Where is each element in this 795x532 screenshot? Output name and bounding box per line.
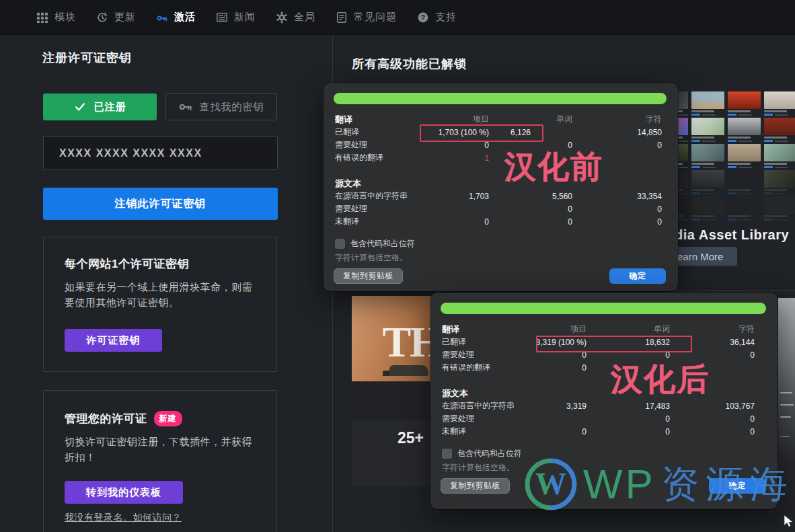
thumbnail-meta xyxy=(764,214,795,221)
gear-icon xyxy=(276,11,288,24)
section-title: 翻译 xyxy=(335,114,412,126)
progress-bar xyxy=(441,303,766,314)
copy-to-clipboard-button[interactable]: 复制到剪贴板 xyxy=(441,478,510,494)
thumbnail-meta xyxy=(728,161,761,168)
include-code-checkbox[interactable] xyxy=(335,239,345,249)
media-thumbnail[interactable] xyxy=(764,91,795,116)
faq-icon xyxy=(336,11,348,24)
premium-unlocked-header: 所有高级功能已解锁 xyxy=(352,56,467,72)
go-to-dashboard-button[interactable]: 转到我的仪表板 xyxy=(65,481,183,504)
row-label: 需要处理 xyxy=(442,349,519,360)
nav-label: 新闻 xyxy=(234,11,256,24)
media-thumbnail[interactable] xyxy=(764,118,795,142)
thumbnail-meta xyxy=(728,109,761,116)
media-thumbnail[interactable] xyxy=(691,170,724,194)
stat-row: 需要处理00 xyxy=(442,412,761,425)
thumbnail-meta xyxy=(691,188,724,194)
find-my-key-button[interactable]: 查找我的密钥 xyxy=(165,93,277,120)
media-thumbnail[interactable] xyxy=(728,196,761,221)
row-label: 未翻译 xyxy=(335,216,412,227)
ok-button[interactable]: 确定 xyxy=(609,268,666,284)
strip-text-line xyxy=(780,436,790,437)
items-value: 0 xyxy=(519,427,586,436)
items-value: 0 xyxy=(519,350,586,360)
template-count-label: 25+ xyxy=(398,429,424,447)
nav-item-更新[interactable]: 更新 xyxy=(96,11,136,24)
column-header: 单词 xyxy=(489,114,572,125)
key-icon xyxy=(156,11,168,24)
media-thumbnail[interactable] xyxy=(691,144,724,168)
media-thumbnail[interactable] xyxy=(691,91,724,116)
words-value: 6,126 xyxy=(489,128,572,137)
column-header: 项目 xyxy=(519,324,586,335)
media-thumbnail[interactable] xyxy=(728,118,761,142)
template-photo-card[interactable]: TH xyxy=(352,296,432,381)
stat-row: 未翻译000 xyxy=(335,215,662,228)
watermark-text-latin: WP xyxy=(583,457,656,511)
row-label: 已翻译 xyxy=(335,126,412,138)
key-icon xyxy=(178,100,193,114)
thumbnail-image xyxy=(691,118,724,135)
media-thumbnail[interactable] xyxy=(728,91,761,116)
per-site-box-body: 如果要在另一个域上使用滑块革命，则需要使用其他许可证密钥。 xyxy=(65,279,258,310)
thumbnail-image xyxy=(764,196,795,214)
media-library-title: dia Asset Library xyxy=(675,227,789,243)
nav-label: 模块 xyxy=(54,11,76,24)
strip-text-line xyxy=(780,416,791,418)
chars-value: 0 xyxy=(572,217,662,227)
media-thumbnail[interactable] xyxy=(764,170,795,194)
translation-stats-table: 翻译项目单词字符已翻译3,319 (100 %)18,63236,144需要处理… xyxy=(442,323,761,374)
media-thumbnail[interactable] xyxy=(691,118,724,142)
nav-item-模块[interactable]: 模块 xyxy=(36,11,76,24)
thumbnail-image xyxy=(764,144,795,161)
column-header: 单词 xyxy=(586,324,670,335)
registered-button[interactable]: 已注册 xyxy=(43,93,157,120)
thumbnail-image xyxy=(691,144,724,161)
stat-row: 需要处理000 xyxy=(442,348,761,361)
thumbnail-image xyxy=(691,196,724,214)
no-login-help-link[interactable]: 我没有登录名。如何访问？ xyxy=(65,512,182,524)
nav-item-激活[interactable]: 激活 xyxy=(156,11,196,24)
media-thumbnail[interactable] xyxy=(728,144,761,168)
stat-row: 已翻译3,319 (100 %)18,63236,144 xyxy=(442,336,761,348)
thumbnail-image xyxy=(728,91,761,109)
media-thumbnail[interactable] xyxy=(691,196,724,221)
items-value: 1,703 xyxy=(412,192,489,201)
statistics-dialog-before: 翻译项目单词字符已翻译1,703 (100 %)6,12614,850需要处理0… xyxy=(324,83,678,291)
words-value: 0 xyxy=(586,414,670,424)
row-label: 在源语言中的字符串 xyxy=(335,190,412,202)
nav-item-全局[interactable]: 全局 xyxy=(276,11,315,24)
chars-value: 0 xyxy=(670,427,755,436)
include-code-checkbox[interactable] xyxy=(442,449,452,459)
media-thumbnail[interactable] xyxy=(728,170,761,194)
media-thumbnail[interactable] xyxy=(764,144,795,168)
nav-label: 常见问题 xyxy=(354,11,397,24)
include-code-label: 包含代码和占位符 xyxy=(457,448,522,459)
stat-row: 在源语言中的字符串1,7035,56033,354 xyxy=(335,190,662,202)
items-value: 0 xyxy=(412,217,489,227)
license-key-input[interactable] xyxy=(43,136,278,170)
media-thumbnail[interactable] xyxy=(764,196,795,221)
page-title: 注册许可证密钥 xyxy=(42,50,132,66)
row-label: 在源语言中的字符串 xyxy=(442,400,519,412)
thumbnail-meta xyxy=(691,109,724,116)
strip-text-line xyxy=(780,392,792,393)
thumbnail-meta xyxy=(691,135,724,142)
copy-to-clipboard-button[interactable]: 复制到剪贴板 xyxy=(334,268,403,284)
chars-value: 33,354 xyxy=(572,192,662,201)
manage-box-body: 切换许可证密钥注册，下载插件，并获得折扣！ xyxy=(65,434,261,465)
column-header: 字符 xyxy=(670,324,755,335)
source-stats-table: 源文本在源语言中的字符串1,7035,56033,354需要处理00未翻译000 xyxy=(335,177,662,228)
photo-overlay-letters: TH xyxy=(383,317,432,367)
wordpress-logo-icon: W xyxy=(524,457,578,511)
nav-item-支持[interactable]: ?支持 xyxy=(417,11,457,24)
words-value: 18,632 xyxy=(586,338,670,347)
thumbnail-meta xyxy=(691,161,724,168)
deregister-license-button[interactable]: 注销此许可证密钥 xyxy=(43,188,278,220)
nav-item-新闻[interactable]: 新闻 xyxy=(216,11,256,24)
chars-value: 0 xyxy=(670,414,755,424)
nav-item-常见问题[interactable]: 常见问题 xyxy=(336,11,397,24)
license-key-button[interactable]: 许可证密钥 xyxy=(65,329,162,352)
learn-more-button[interactable]: earn More xyxy=(674,247,737,266)
find-my-key-label: 查找我的密钥 xyxy=(200,101,264,114)
